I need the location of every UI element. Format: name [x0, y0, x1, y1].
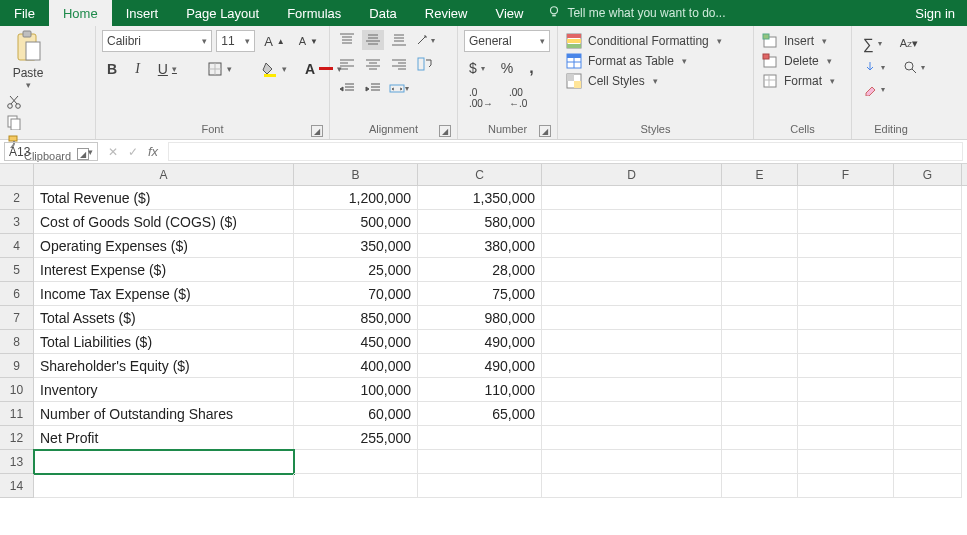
cell[interactable]	[894, 258, 962, 282]
cell[interactable]	[542, 186, 722, 210]
formula-bar[interactable]	[168, 142, 963, 161]
name-box[interactable]: A13▾	[4, 142, 98, 161]
cell[interactable]	[894, 474, 962, 498]
cell[interactable]	[798, 474, 894, 498]
fill-icon[interactable]: ▾	[858, 57, 890, 77]
autosum-icon[interactable]: ∑ ▾	[858, 32, 887, 55]
cell[interactable]: 110,000	[418, 378, 542, 402]
cell[interactable]	[798, 282, 894, 306]
cell[interactable]: Interest Expense ($)	[34, 258, 294, 282]
increase-decimal-icon[interactable]: .0.00→	[464, 84, 498, 112]
decrease-decimal-icon[interactable]: .00←.0	[504, 84, 532, 112]
underline-button[interactable]: U ▾	[153, 58, 182, 80]
format-as-table-button[interactable]: Format as Table▾	[564, 52, 747, 70]
cell[interactable]	[542, 402, 722, 426]
paste-label[interactable]: Paste	[13, 66, 44, 80]
cell[interactable]: 580,000	[418, 210, 542, 234]
cell[interactable]: Shareholder's Equity ($)	[34, 354, 294, 378]
merge-center-icon[interactable]: ▾	[388, 78, 410, 98]
cell[interactable]	[798, 258, 894, 282]
cell[interactable]	[798, 330, 894, 354]
align-top-icon[interactable]	[336, 30, 358, 50]
select-all-corner[interactable]	[0, 164, 34, 185]
cell[interactable]: 1,350,000	[418, 186, 542, 210]
cell[interactable]	[542, 426, 722, 450]
cell[interactable]	[894, 426, 962, 450]
col-header-b[interactable]: B	[294, 164, 418, 185]
cell[interactable]	[798, 234, 894, 258]
find-select-icon[interactable]: ▾	[898, 57, 930, 77]
col-header-f[interactable]: F	[798, 164, 894, 185]
tab-review[interactable]: Review	[411, 0, 482, 26]
col-header-d[interactable]: D	[542, 164, 722, 185]
row-header[interactable]: 2	[0, 186, 34, 210]
cell[interactable]: 70,000	[294, 282, 418, 306]
col-header-e[interactable]: E	[722, 164, 798, 185]
cell[interactable]	[798, 426, 894, 450]
paste-icon[interactable]	[14, 30, 42, 64]
col-header-g[interactable]: G	[894, 164, 962, 185]
tab-file[interactable]: File	[0, 0, 49, 26]
cell[interactable]	[34, 450, 294, 474]
cell[interactable]	[542, 282, 722, 306]
row-header[interactable]: 13	[0, 450, 34, 474]
font-name-select[interactable]: Calibri▾	[102, 30, 212, 52]
cell[interactable]: Total Liabilities ($)	[34, 330, 294, 354]
alignment-dialog-launcher[interactable]: ◢	[439, 125, 451, 137]
cell[interactable]	[722, 474, 798, 498]
cell[interactable]	[418, 426, 542, 450]
cell[interactable]	[894, 234, 962, 258]
cell[interactable]: Total Assets ($)	[34, 306, 294, 330]
cell[interactable]: Income Tax Expense ($)	[34, 282, 294, 306]
cell[interactable]	[34, 474, 294, 498]
cell[interactable]	[894, 306, 962, 330]
borders-button[interactable]: ▾	[202, 58, 237, 80]
cell[interactable]: 65,000	[418, 402, 542, 426]
wrap-text-icon[interactable]	[414, 54, 436, 74]
cell[interactable]	[798, 210, 894, 234]
font-size-select[interactable]: 11▾	[216, 30, 255, 52]
cell[interactable]: 490,000	[418, 354, 542, 378]
cell[interactable]	[722, 306, 798, 330]
cell[interactable]: 450,000	[294, 330, 418, 354]
align-right-icon[interactable]	[388, 54, 410, 74]
comma-format-icon[interactable]: ,	[524, 56, 538, 80]
increase-indent-icon[interactable]	[362, 78, 384, 98]
cell[interactable]	[722, 258, 798, 282]
delete-cells-button[interactable]: Delete▾	[760, 52, 845, 70]
cell[interactable]: 350,000	[294, 234, 418, 258]
align-middle-icon[interactable]	[362, 30, 384, 50]
align-bottom-icon[interactable]	[388, 30, 410, 50]
cell[interactable]	[798, 354, 894, 378]
fx-icon[interactable]: fx	[148, 144, 158, 159]
cell[interactable]: 490,000	[418, 330, 542, 354]
cell[interactable]: Inventory	[34, 378, 294, 402]
cell[interactable]: 400,000	[294, 354, 418, 378]
cut-icon[interactable]	[6, 94, 22, 110]
cell[interactable]: Cost of Goods Sold (COGS) ($)	[34, 210, 294, 234]
cell[interactable]: Number of Outstanding Shares	[34, 402, 294, 426]
cell[interactable]	[722, 450, 798, 474]
cell[interactable]	[722, 282, 798, 306]
cell[interactable]	[798, 450, 894, 474]
cell[interactable]	[894, 402, 962, 426]
cell[interactable]	[294, 450, 418, 474]
row-header[interactable]: 6	[0, 282, 34, 306]
cell-styles-button[interactable]: Cell Styles▾	[564, 72, 747, 90]
col-header-c[interactable]: C	[418, 164, 542, 185]
row-header[interactable]: 12	[0, 426, 34, 450]
row-header[interactable]: 10	[0, 378, 34, 402]
conditional-formatting-button[interactable]: Conditional Formatting▾	[564, 32, 747, 50]
row-header[interactable]: 11	[0, 402, 34, 426]
cell[interactable]	[722, 210, 798, 234]
cell[interactable]	[894, 450, 962, 474]
sort-filter-icon[interactable]: AZ▾	[895, 34, 923, 53]
clear-icon[interactable]: ▾	[858, 79, 890, 99]
cell[interactable]	[894, 186, 962, 210]
cell[interactable]: 28,000	[418, 258, 542, 282]
cell[interactable]	[894, 330, 962, 354]
tab-formulas[interactable]: Formulas	[273, 0, 355, 26]
row-header[interactable]: 4	[0, 234, 34, 258]
chevron-down-icon[interactable]: ▾	[26, 80, 31, 90]
cell[interactable]	[418, 474, 542, 498]
